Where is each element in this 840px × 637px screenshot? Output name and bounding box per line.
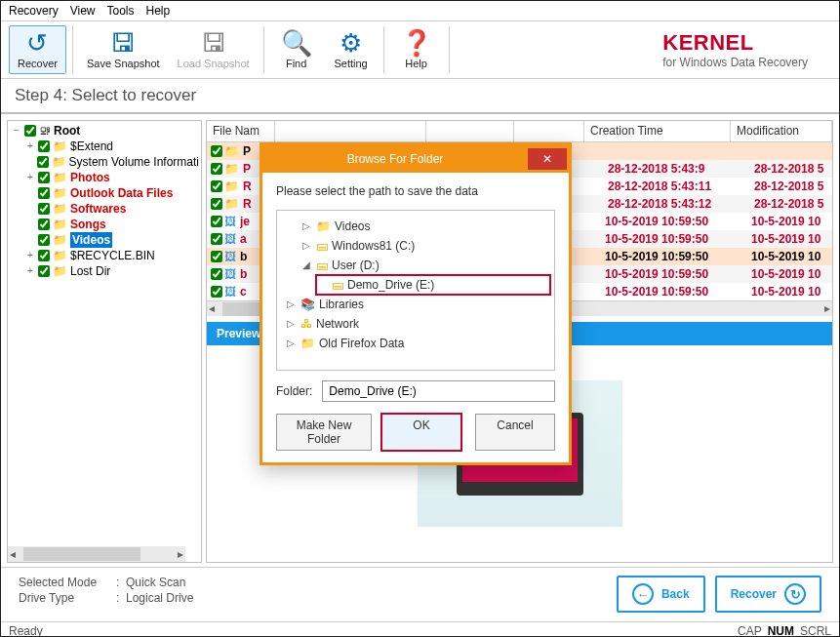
- tree-item-cb[interactable]: [37, 156, 49, 168]
- tree-item-label: Lost Dir: [70, 263, 110, 279]
- menu-tools[interactable]: Tools: [106, 4, 134, 18]
- tree-item[interactable]: 📁 Outlook Data Files: [10, 185, 199, 201]
- col-modification[interactable]: Modification: [731, 121, 832, 141]
- image-icon: 🖼: [224, 215, 236, 228]
- creation-time: 10-5-2019 10:59:50: [599, 232, 745, 246]
- tree-item-cb[interactable]: [38, 172, 50, 183]
- cancel-button[interactable]: Cancel: [475, 414, 555, 451]
- menu-view[interactable]: View: [70, 4, 96, 18]
- ok-button[interactable]: OK: [381, 414, 461, 451]
- tree-item[interactable]: + 📁 Photos: [10, 170, 199, 185]
- tree-item-cb[interactable]: [38, 265, 50, 277]
- drive-icon: 🖴: [316, 237, 328, 255]
- step-title: Step 4: Select to recover: [1, 79, 839, 114]
- folder-icon: 📁: [53, 263, 67, 279]
- tree-root-cb[interactable]: [24, 125, 36, 137]
- tree-item-cb[interactable]: [38, 203, 50, 215]
- tree-item[interactable]: 📁 System Volume Informati: [10, 154, 199, 170]
- expand-icon[interactable]: ▷: [287, 335, 297, 352]
- recover-action-button[interactable]: Recover ↻: [715, 576, 821, 613]
- expand-icon[interactable]: ▷: [287, 296, 297, 313]
- col-spacer2[interactable]: [426, 121, 514, 141]
- tree-root[interactable]: −🖳Root: [10, 123, 199, 139]
- browser-tree-item[interactable]: ▷ 🖧 Network: [285, 314, 550, 334]
- tree-item-cb[interactable]: [38, 219, 50, 230]
- back-button[interactable]: ← Back: [617, 576, 705, 613]
- num-indicator: NUM: [768, 624, 794, 637]
- expand-icon[interactable]: ◢: [302, 257, 312, 274]
- folder-icon: 📁: [53, 217, 67, 232]
- make-new-folder-button[interactable]: Make New Folder: [276, 414, 372, 451]
- folder-icon: 📁: [53, 201, 67, 217]
- expand-icon[interactable]: +: [25, 139, 35, 154]
- help-button[interactable]: ❓ Help: [390, 26, 443, 73]
- expand-icon[interactable]: ▷: [302, 218, 312, 235]
- brand-logo: KERNEL for Windows Data Recovery: [662, 30, 837, 69]
- tree-item-cb[interactable]: [38, 187, 50, 199]
- browser-tree-item[interactable]: ▷ 📁 Old Firefox Data: [285, 334, 550, 353]
- load-snapshot-icon: 🖫: [201, 30, 226, 56]
- file-row-cb[interactable]: [211, 163, 222, 175]
- save-snapshot-button[interactable]: 🖫 Save Snapshot: [79, 26, 168, 73]
- tree-item-label: Photos: [70, 170, 110, 185]
- browser-tree-item[interactable]: 🖴 Demo_Drive (E:): [316, 275, 550, 295]
- tree-item-label: Videos: [70, 232, 112, 248]
- browse-folder-dialog: Browse For Folder ✕ Please select the pa…: [260, 142, 572, 465]
- browser-tree-item[interactable]: ▷ 📚 Libraries: [285, 295, 550, 314]
- expand-icon[interactable]: ▷: [287, 315, 297, 333]
- arrow-left-icon: ←: [632, 583, 654, 605]
- col-name[interactable]: File Nam: [207, 121, 275, 141]
- expand-icon[interactable]: +: [25, 248, 35, 263]
- file-row-cb[interactable]: [211, 216, 222, 227]
- browser-item-label: Old Firefox Data: [319, 335, 404, 352]
- tree-item[interactable]: 📁 Videos: [10, 232, 199, 248]
- menu-help[interactable]: Help: [146, 4, 171, 18]
- expand-icon[interactable]: ▷: [302, 237, 312, 255]
- tree-item[interactable]: 📁 Softwares: [10, 201, 199, 217]
- col-creation[interactable]: Creation Time: [584, 121, 731, 141]
- file-row-cb[interactable]: [211, 251, 222, 262]
- creation-time: 10-5-2019 10:59:50: [599, 250, 745, 263]
- expand-icon[interactable]: +: [25, 170, 35, 185]
- dialog-prompt: Please select the path to save the data: [276, 184, 555, 198]
- file-row-cb[interactable]: [211, 268, 222, 280]
- creation-time: 10-5-2019 10:59:50: [599, 215, 745, 228]
- dialog-titlebar: Browse For Folder ✕: [262, 145, 569, 173]
- tree-item-label: Outlook Data Files: [70, 185, 173, 201]
- browser-tree-item[interactable]: ▷ 🖴 Windows81 (C:): [300, 236, 550, 256]
- expand-icon[interactable]: +: [25, 263, 35, 279]
- tree-item-cb[interactable]: [38, 250, 50, 261]
- modification-time: 10-5-2019 10: [745, 250, 832, 263]
- tree-item[interactable]: 📁 Songs: [10, 217, 199, 232]
- file-row-cb[interactable]: [211, 180, 222, 192]
- find-button[interactable]: 🔍 Find: [270, 26, 323, 73]
- folder-field-label: Folder:: [276, 384, 312, 398]
- file-row-cb[interactable]: [211, 198, 222, 210]
- footer-area: Selected Mode:Quick Scan Drive Type:Logi…: [1, 567, 839, 621]
- load-snapshot-button[interactable]: 🖫 Load Snapshot: [170, 26, 258, 73]
- col-spacer3[interactable]: [514, 121, 584, 141]
- tree-hscroll[interactable]: ◂ ▸: [8, 546, 185, 562]
- brand-name: KERNEL: [662, 30, 808, 56]
- file-row-cb[interactable]: [211, 286, 222, 298]
- save-snapshot-icon: 🖫: [110, 30, 136, 56]
- tree-item[interactable]: + 📁 $Extend: [10, 139, 199, 154]
- menu-recovery[interactable]: Recovery: [9, 4, 59, 18]
- folder-browser-tree[interactable]: ▷ 📁 Videos ▷ 🖴 Windows81 (C:) ◢ 🖴 User (…: [276, 210, 555, 371]
- creation-time: 10-5-2019 10:59:50: [599, 285, 745, 299]
- browser-tree-item[interactable]: ◢ 🖴 User (D:): [300, 256, 550, 275]
- tree-item[interactable]: + 📁 $RECYCLE.BIN: [10, 248, 199, 263]
- creation-time: 28-12-2018 5:43:12: [602, 197, 748, 211]
- browser-tree-item[interactable]: ▷ 📁 Videos: [300, 217, 550, 236]
- tree-item-cb[interactable]: [38, 234, 50, 246]
- recover-button[interactable]: ↺ Recover: [9, 25, 66, 74]
- dialog-close-button[interactable]: ✕: [528, 148, 567, 170]
- folder-icon: 📁: [52, 154, 66, 170]
- tree-item[interactable]: + 📁 Lost Dir: [10, 263, 199, 279]
- setting-button[interactable]: ⚙ Setting: [325, 26, 378, 73]
- col-spacer1[interactable]: [275, 121, 426, 141]
- tree-item-cb[interactable]: [38, 140, 50, 152]
- file-row-cb[interactable]: [211, 233, 222, 245]
- folder-field[interactable]: [322, 380, 555, 402]
- file-row-cb[interactable]: [211, 145, 222, 157]
